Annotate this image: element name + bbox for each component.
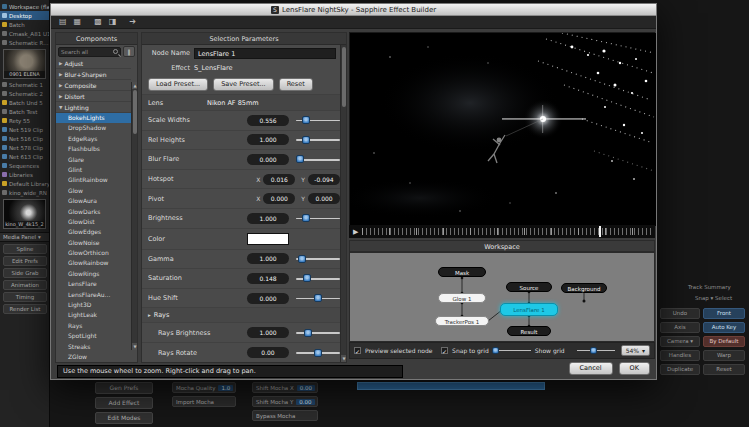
grid-size-slider[interactable] <box>493 347 531 355</box>
ok-button[interactable]: OK <box>619 362 650 375</box>
node-glow[interactable]: Glow 1 <box>438 293 486 303</box>
component-item[interactable]: EdgeRays <box>56 134 131 144</box>
node-source[interactable]: Source <box>506 282 552 292</box>
right-tool-button[interactable]: Axis <box>660 322 700 333</box>
component-item[interactable]: Glare <box>56 155 131 165</box>
tree-item[interactable]: Batch Test <box>0 107 49 116</box>
value-field[interactable]: 0.556 <box>247 115 289 126</box>
value-field[interactable]: 0.000 <box>247 154 289 165</box>
tree-item[interactable]: kino_wide_RN <box>0 188 49 197</box>
node-result[interactable]: Result <box>507 326 551 336</box>
node-mask[interactable]: Mask <box>438 267 486 277</box>
left-tool-button[interactable]: Spline <box>3 244 47 254</box>
group-composite[interactable]: Composite <box>56 80 131 91</box>
component-item[interactable]: LensFlareAu... <box>56 290 131 300</box>
right-tool-button[interactable]: Camera ▾ <box>660 336 700 347</box>
bottom-button[interactable]: Edit Modes <box>95 412 153 424</box>
parameters-scrollbar[interactable]: ▼ <box>340 45 346 362</box>
mocha-row[interactable]: Import Mocha <box>172 396 236 407</box>
tree-item[interactable]: Batch <box>0 20 49 29</box>
clip-thumbnail-night[interactable]: kino_W_4k15_2 <box>3 199 46 229</box>
component-item[interactable]: LightLeak <box>56 310 131 320</box>
tree-item[interactable]: Rety 55 <box>0 116 49 125</box>
component-item[interactable]: GlintRainbow <box>56 175 131 185</box>
open-icon[interactable]: ▦ <box>74 17 82 27</box>
param-slider[interactable] <box>296 213 340 223</box>
left-tool-button[interactable]: Animation <box>3 280 47 290</box>
scroll-down-icon[interactable]: ▼ <box>341 355 347 362</box>
component-item[interactable]: ZGlow <box>56 352 131 362</box>
timeline-clip-bar[interactable] <box>357 382 545 390</box>
param-slider[interactable] <box>296 254 340 264</box>
component-item[interactable]: SpotLight <box>56 331 131 341</box>
value-field-y[interactable]: -0.094 <box>308 174 340 185</box>
mocha-row[interactable]: Shift Mocha Y0.00 <box>252 396 318 407</box>
param-slider[interactable] <box>296 135 340 145</box>
value-field-x[interactable]: 0.000 <box>263 193 295 204</box>
component-item[interactable]: DropShadow <box>56 123 131 133</box>
value-field[interactable]: 1.000 <box>247 253 289 264</box>
zoom-level-dropdown[interactable]: 54% ▾ <box>621 345 650 356</box>
scrollbar-thumb[interactable] <box>342 47 346 107</box>
component-item[interactable]: Light3D <box>56 300 131 310</box>
load-preset-button[interactable]: Load Preset... <box>148 78 208 91</box>
value-field[interactable]: 0.148 <box>247 273 289 284</box>
clip-thumbnail-portrait[interactable]: 0901 ELENA <box>3 49 46 79</box>
node-lensflare-selected[interactable]: LensFlare 1 <box>500 303 558 316</box>
mocha-row[interactable]: Mocha Quality1.0 <box>172 382 236 393</box>
right-tool-button[interactable]: Warp <box>703 350 745 361</box>
component-item[interactable]: GlowOrthicon <box>56 248 131 258</box>
value-field-x[interactable]: 0.016 <box>263 174 295 185</box>
component-item[interactable]: GlowNoise <box>56 238 131 248</box>
snap-select-label[interactable]: Snap ▾ Select <box>695 295 732 301</box>
mocha-row[interactable]: Shift Mocha X0.00 <box>252 382 318 393</box>
component-item[interactable]: GlowRings <box>56 269 131 279</box>
value-field[interactable]: 1.000 <box>247 327 289 338</box>
tree-item[interactable]: Default Library <box>0 179 49 188</box>
color-swatch[interactable] <box>247 233 289 245</box>
right-tool-button[interactable]: Undo <box>660 308 700 319</box>
tree-item[interactable]: Schematic 2 <box>0 89 49 98</box>
scrollbar-thumb[interactable] <box>133 90 137 134</box>
rays-section-header[interactable]: Rays <box>142 308 346 323</box>
tree-item[interactable]: Schematic R... <box>0 38 49 47</box>
param-slider[interactable] <box>296 293 340 303</box>
component-item[interactable]: GlowDist <box>56 217 131 227</box>
playhead[interactable] <box>599 226 601 237</box>
left-tool-button[interactable]: Timing <box>3 292 47 302</box>
tree-item[interactable]: Net 578 Clip <box>0 143 49 152</box>
snap-to-grid-checkbox[interactable]: ✓ <box>441 347 448 354</box>
group-distort[interactable]: Distort <box>56 91 131 102</box>
param-slider[interactable] <box>296 348 340 358</box>
param-slider[interactable] <box>296 115 340 125</box>
tree-item[interactable]: Net 613 Clip <box>0 152 49 161</box>
reset-button[interactable]: Reset <box>279 78 313 91</box>
component-item[interactable]: GlowRainbow <box>56 258 131 268</box>
tree-item[interactable]: Desktop <box>0 11 49 20</box>
scroll-down-icon[interactable]: ▼ <box>132 343 137 350</box>
component-item[interactable]: Flashbulbs <box>56 144 131 154</box>
node-trackerpos[interactable]: TrackerPos 1 <box>435 316 489 326</box>
left-tool-button[interactable]: Edit Prefs <box>3 256 47 266</box>
bottom-button[interactable]: Add Effect <box>95 397 153 409</box>
media-panel-header[interactable]: Media Panel▾ <box>0 232 49 242</box>
value-field[interactable]: 0.000 <box>247 293 289 304</box>
tree-item[interactable]: Batch Und 5 <box>0 98 49 107</box>
group-blur-sharpen[interactable]: Blur+Sharpen <box>56 69 131 80</box>
play-icon[interactable]: ▶ <box>353 227 358 237</box>
panel-icon[interactable]: ◨ <box>109 17 117 27</box>
tree-item[interactable]: Libraries <box>0 170 49 179</box>
export-icon[interactable]: ➔ <box>129 17 136 27</box>
tree-item[interactable]: Sequences <box>0 161 49 170</box>
param-slider[interactable] <box>296 154 340 164</box>
component-item[interactable]: Rays <box>56 321 131 331</box>
tree-item[interactable]: Net 516 Clip <box>0 134 49 143</box>
component-item[interactable]: Glow <box>56 186 131 196</box>
tree-item[interactable]: Net 519 Clip <box>0 125 49 134</box>
mocha-row[interactable]: Bypass Mocha <box>252 410 318 421</box>
component-item[interactable]: Glint <box>56 165 131 175</box>
right-tool-button[interactable]: Duplicate <box>660 364 700 375</box>
tree-item[interactable]: Workspace (fla... <box>0 2 49 11</box>
node-background[interactable]: Background <box>561 283 607 293</box>
group-adjust[interactable]: Adjust <box>56 58 131 69</box>
